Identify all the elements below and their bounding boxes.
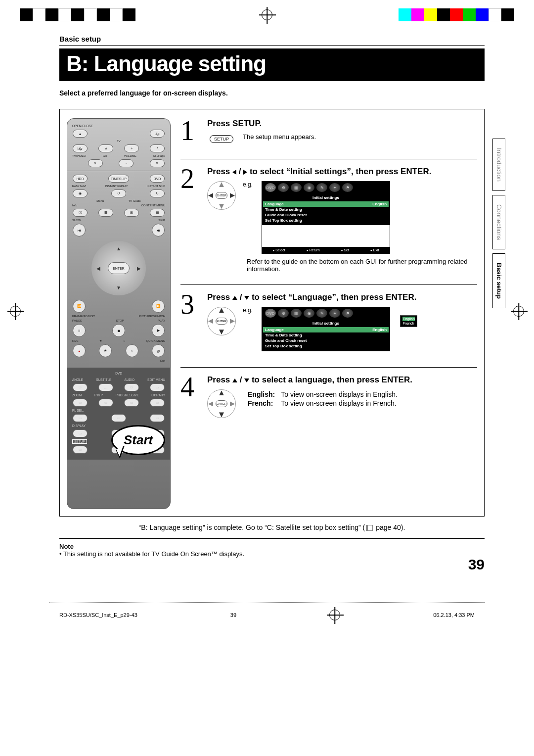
step-number: 2 [180,166,202,273]
enter-ring-icon: ▲▼◀▶ ENTER [91,241,146,295]
printer-marks-top [0,0,534,30]
gui-screenshot: DVD⚙▦◉✎✦⚑ Initial settings LanguageEngli… [262,307,390,351]
step-title: Press / to select “Language”, then press… [207,292,477,303]
step-body-text: The setup menu appears. [243,133,316,141]
language-descriptions: English:To view on-screen displays in En… [247,389,399,408]
page-number: 39 [468,556,485,573]
divider [59,538,485,539]
section-label: Basic setup [59,35,485,43]
registration-mark-icon [329,610,340,620]
completion-text: “B: Language setting” is complete. Go to… [59,523,485,531]
note-label: Note [59,543,485,550]
step-3: 3 Press / to select “Language”, then pre… [180,284,477,360]
note-body: • This setting is not available for TV G… [59,550,485,558]
footer-timestamp: 06.2.13, 4:33 PM [433,612,475,618]
down-arrow-icon [244,378,249,382]
footer: RD-XS35SU/SC_Inst_E_p29-43 39 06.2.13, 4… [0,603,534,624]
dvd-icon: DVD [265,183,276,192]
tab-basic-setup: Basic setup [492,253,505,308]
footer-page: 39 [230,612,236,618]
footer-filename: RD-XS35SU/SC_Inst_E_p29-43 [59,612,137,618]
up-arrow-icon [232,296,237,300]
enter-pad-icon: ENTER [207,181,236,210]
left-arrow-icon [232,170,236,175]
step-2: 2 Press / to select “Initial settings”, … [180,159,477,278]
up-arrow-icon [232,378,237,382]
step-note: Refer to the guide on the bottom on each… [247,258,477,273]
example-label: e.g. [243,307,253,314]
start-speech-bubble: Start [111,425,165,455]
down-arrow-icon [244,296,249,300]
step-number: 1 [180,118,202,147]
step-1: 1 Press SETUP. SETUP The setup menu appe… [180,118,477,152]
example-label: e.g. [243,181,253,188]
page-title-bar: B: Language setting [59,48,485,81]
step-number: 4 [180,375,202,422]
side-tabs: Introduction Connections Basic setup [492,139,505,308]
main-content-box: OPEN/CLOSE ▲I/⏻ TV I/⏻∧＋∧ TV/VIDEOCHVOLU… [59,109,485,517]
enter-pad-icon: ENTER [207,307,236,335]
step-title: Press / to select a language, then press… [207,375,477,385]
step-title: Press SETUP. [207,118,477,129]
step-title: Press / to select “Initial settings”, th… [207,166,477,177]
language-options-popup: English French [400,315,417,327]
gui-screenshot: DVD⚙▦◉✎✦⚑ Initial settings LanguageEngli… [262,181,390,254]
enter-pad-icon: ENTER [207,389,236,418]
tab-connections: Connections [492,195,505,249]
dvd-icon: DVD [265,309,276,318]
page-ref-icon [366,525,373,531]
setup-button-icon: SETUP [210,135,233,143]
intro-text: Select a preferred language for on-scree… [59,89,485,97]
registration-mark-icon [262,9,272,20]
step-number: 3 [180,292,202,355]
page-title: B: Language setting [66,51,478,76]
tab-introduction: Introduction [492,139,505,191]
step-4: 4 Press / to select a language, then pre… [180,367,477,427]
divider [59,45,485,46]
